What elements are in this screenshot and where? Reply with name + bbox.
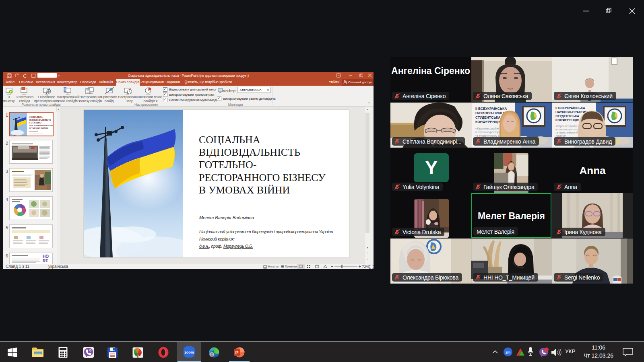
svg-text:ІІ ВСЕУКРАЇНСЬКА: ІІ ВСЕУКРАЇНСЬКА <box>555 106 585 110</box>
svg-text:СТУДЕНТСЬКА: СТУДЕНТСЬКА <box>555 114 579 118</box>
svg-text:В УМОВАХ ВІЙНИ: В УМОВАХ ВІЙНИ <box>29 127 48 130</box>
svg-text:HO: HO <box>43 254 49 259</box>
svg-text:КОНФЕРЕНЦІЯ: КОНФЕРЕНЦІЯ <box>555 118 580 122</box>
svg-text:ГОТЕЛЬНО-: ГОТЕЛЬНО- <box>29 121 42 124</box>
svg-text:РЕСТОРАННОГО БІЗНЕСУ: РЕСТОРАННОГО БІЗНЕСУ <box>29 124 53 127</box>
svg-text:P: P <box>235 350 238 356</box>
svg-text:КОНФЕРЕНЦІЯ: КОНФЕРЕНЦІЯ <box>475 120 501 124</box>
svg-text:ІІ ВСЕУКРАЇНСЬКА: ІІ ВСЕУКРАЇНСЬКА <box>475 107 507 111</box>
svg-text:СОЦІАЛЬНА: СОЦІАЛЬНА <box>29 116 43 118</box>
svg-text:ВІДПОВІДАЛЬНІСТЬ: ВІДПОВІДАЛЬНІСТЬ <box>29 119 51 121</box>
svg-text:СТУДЕНТСЬКА: СТУДЕНТСЬКА <box>475 115 501 119</box>
svg-text:zm: zm <box>506 350 511 354</box>
svg-text:RE: RE <box>43 259 48 263</box>
svg-text:zoom: zoom <box>184 350 194 354</box>
